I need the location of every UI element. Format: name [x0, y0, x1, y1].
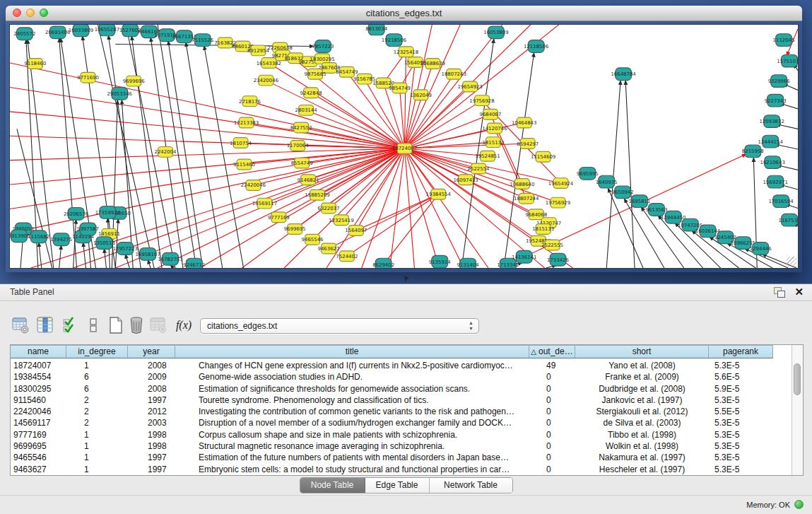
graph-node[interactable]: 9227343 — [765, 94, 787, 107]
graph-node[interactable]: 9131404 — [457, 258, 479, 268]
graph-node[interactable]: 1394275 — [50, 233, 72, 246]
table-row[interactable]: 911546021997Tourette syndrome. Phenomeno… — [11, 395, 792, 406]
tab-edge-table[interactable]: Edge Table — [365, 478, 430, 493]
graph-edge[interactable] — [10, 87, 404, 148]
table-row[interactable]: 946362711997Embryonic stem cells: a mode… — [11, 464, 792, 475]
graph-edge[interactable] — [404, 64, 433, 148]
table-row[interactable]: 977716911998Corpus callosum shape and si… — [11, 429, 792, 440]
graph-edge[interactable] — [269, 63, 404, 148]
graph-node[interactable]: 12213383 — [234, 117, 259, 128]
graph-node[interactable]: 16033809 — [69, 25, 93, 37]
graph-node[interactable]: 8813034 — [365, 25, 387, 35]
graph-node[interactable]: 18807243 — [441, 69, 466, 79]
graph-node[interactable]: 16053809 — [483, 26, 508, 39]
graph-node[interactable]: 9699696 — [123, 76, 145, 86]
graph-node[interactable]: 16210643 — [760, 156, 784, 169]
close-panel-icon[interactable]: ✕ — [794, 286, 804, 297]
graph-node[interactable]: 1170064 — [287, 141, 309, 151]
graph-node[interactable]: 12118506 — [524, 40, 548, 53]
float-panel-icon[interactable] — [774, 287, 784, 297]
graph-node[interactable]: 2803144 — [295, 105, 317, 116]
graph-node[interactable]: 9242848 — [300, 88, 322, 98]
import-table-icon-disabled[interactable] — [148, 315, 168, 335]
graph-node[interactable]: 14120746 — [482, 123, 507, 134]
graph-edge[interactable] — [311, 93, 404, 148]
table-selector-dropdown[interactable]: citations_edges.txt ▲▼ — [200, 318, 479, 334]
table-settings-icon[interactable] — [11, 315, 30, 335]
graph-node[interactable]: 9329966 — [768, 75, 790, 88]
graph-edge[interactable] — [39, 243, 42, 268]
table-row[interactable]: 1938455462009Genome-wide association stu… — [11, 371, 792, 382]
citation-network-graph[interactable]: 1872400771638228860128891295422260638982… — [10, 25, 798, 268]
graph-node[interactable]: 7515526 — [192, 34, 213, 47]
graph-edge[interactable] — [148, 259, 151, 268]
network-canvas[interactable]: 1872400771638228860128891295422260638982… — [9, 24, 799, 269]
graph-node[interactable]: 11154609 — [531, 151, 555, 162]
table-row[interactable]: 1830029562008Estimation of significance … — [11, 383, 792, 395]
graph-node[interactable]: 6322037 — [317, 203, 339, 214]
graph-node[interactable]: 9465546 — [302, 234, 324, 245]
graph-node[interactable]: 9246712 — [183, 258, 205, 268]
function-builder-icon[interactable]: f(x) — [174, 315, 194, 335]
graph-node[interactable]: 1294446 — [750, 243, 772, 255]
graph-edge[interactable] — [204, 45, 244, 268]
graph-edge[interactable] — [59, 245, 61, 268]
graph-node[interactable]: 7524402 — [336, 251, 358, 262]
tab-node-table[interactable]: Node Table — [300, 478, 365, 493]
table-row[interactable]: 1872400712008Changes of HCN gene express… — [11, 360, 792, 371]
graph-node[interactable]: 29053346 — [107, 87, 132, 100]
graph-node[interactable]: 2405572 — [13, 28, 35, 40]
graph-node[interactable]: 1695811 — [629, 195, 651, 208]
graph-node[interactable]: 9115460 — [233, 159, 255, 170]
resize-grip-icon[interactable] — [787, 257, 796, 267]
memory-status-indicator[interactable] — [794, 500, 804, 509]
graph-node[interactable]: 20206576 — [64, 207, 88, 220]
graph-node[interactable]: 19524851 — [475, 151, 500, 161]
column-header-title[interactable]: title — [175, 345, 529, 358]
graph-node[interactable]: 8215958 — [742, 145, 764, 158]
graph-edge[interactable] — [31, 148, 405, 268]
show-column-icon[interactable] — [35, 315, 55, 335]
graph-node[interactable]: 7857223 — [312, 40, 334, 53]
graph-edge[interactable] — [115, 218, 118, 268]
graph-node[interactable]: 9613563 — [645, 204, 667, 216]
graph-node[interactable]: 19218506 — [382, 34, 406, 47]
graph-node[interactable]: 10464843 — [512, 117, 536, 128]
tab-network-table[interactable]: Network Table — [430, 478, 512, 493]
column-header-year[interactable]: year — [128, 345, 175, 358]
graph-node[interactable]: 9650942 — [612, 186, 634, 199]
graph-node[interactable]: 1115682 — [28, 230, 49, 243]
row-height-icon[interactable] — [83, 315, 103, 335]
graph-edge[interactable] — [10, 136, 404, 148]
graph-node[interactable]: 19756928 — [469, 95, 494, 106]
graph-node[interactable]: 10688640 — [510, 179, 534, 189]
graph-edge[interactable] — [625, 81, 635, 268]
graph-node[interactable]: 12325418 — [394, 47, 418, 57]
column-header-name[interactable]: name — [11, 345, 66, 358]
graph-edge[interactable] — [404, 52, 406, 148]
table-row[interactable]: 2242004622012Investigating the contribut… — [11, 406, 792, 417]
graph-node[interactable]: 1733426 — [547, 253, 569, 266]
graph-node[interactable]: 9777169 — [268, 212, 290, 223]
graph-edge[interactable] — [10, 148, 404, 209]
graph-node[interactable]: 23420046 — [254, 75, 278, 86]
graph-edge[interactable] — [384, 194, 439, 264]
graph-node[interactable]: 2718176 — [239, 96, 261, 107]
graph-edge[interactable] — [606, 81, 620, 268]
column-header-short[interactable]: short — [575, 345, 709, 358]
table-row[interactable]: 946554611997Estimation of the future num… — [11, 452, 792, 463]
graph-node[interactable]: 12093832 — [759, 115, 784, 128]
graph-node[interactable]: 16648784 — [611, 68, 635, 81]
graph-node[interactable]: 1167531 — [779, 214, 798, 226]
graph-node[interactable]: 19756929 — [546, 197, 570, 208]
graph-node[interactable]: 12325419 — [329, 215, 353, 226]
scrollbar-thumb[interactable] — [794, 363, 801, 395]
graph-node[interactable]: 22420046 — [241, 180, 266, 191]
select-columns-icon[interactable] — [60, 315, 80, 335]
graph-node[interactable]: 9699695 — [284, 224, 306, 235]
graph-node[interactable]: 20691406 — [45, 26, 70, 39]
network-window-titlebar[interactable]: citations_edges.txt — [6, 6, 802, 21]
column-header-out_de[interactable]: △out_de… — [529, 345, 575, 358]
graph-edge[interactable] — [341, 148, 405, 220]
graph-edge[interactable] — [390, 148, 405, 268]
